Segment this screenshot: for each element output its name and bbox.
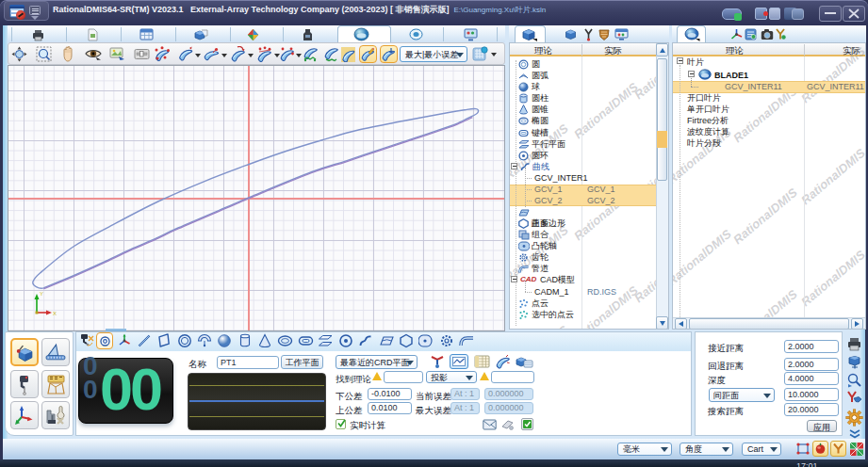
svg-text:Y: Y [40,291,43,297]
svg-text:X: X [53,311,57,316]
